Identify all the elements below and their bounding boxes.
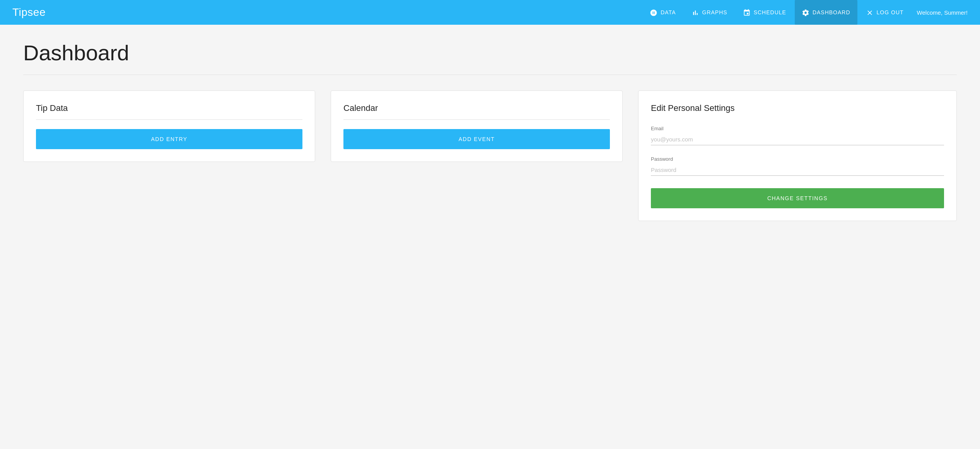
nav-graphs-label: GRAPHS — [702, 9, 727, 15]
nav-schedule-label: SCHEDULE — [754, 9, 786, 15]
calendar-divider — [343, 119, 610, 120]
cards-row: Tip Data ADD ENTRY Calendar ADD EVENT Ed… — [23, 90, 957, 221]
nav-item-dashboard[interactable]: DASHBOARD — [795, 0, 857, 25]
settings-button-wrapper: CHANGE SETTINGS — [651, 188, 944, 208]
email-form-group: Email — [651, 126, 944, 145]
nav-item-data[interactable]: DATA — [643, 0, 683, 25]
add-entry-button[interactable]: ADD ENTRY — [36, 129, 302, 149]
page-title: Dashboard — [23, 40, 957, 65]
nav-item-schedule[interactable]: SCHEDULE — [736, 0, 793, 25]
add-event-button[interactable]: ADD EVENT — [343, 129, 610, 149]
main-content: Dashboard Tip Data ADD ENTRY Calendar AD… — [0, 25, 980, 236]
tip-data-divider — [36, 119, 302, 120]
nav-data-label: DATA — [661, 9, 676, 15]
navbar: Tipsee DATA GRAPHS SCHEDULE — [0, 0, 980, 25]
nav-item-graphs[interactable]: GRAPHS — [685, 0, 734, 25]
password-input[interactable] — [651, 164, 944, 176]
schedule-icon — [743, 8, 751, 16]
calendar-card: Calendar ADD EVENT — [331, 90, 623, 162]
welcome-message: Welcome, Summer! — [917, 9, 968, 16]
calendar-title: Calendar — [343, 103, 610, 113]
password-label: Password — [651, 156, 944, 162]
dashboard-icon — [802, 8, 809, 16]
brand[interactable]: Tipsee — [12, 6, 46, 19]
email-label: Email — [651, 126, 944, 131]
password-form-group: Password — [651, 156, 944, 176]
logout-icon — [866, 8, 874, 16]
nav-item-logout[interactable]: LOG OUT — [859, 0, 911, 25]
nav-logout-label: LOG OUT — [877, 9, 904, 15]
title-divider — [23, 75, 957, 75]
settings-card: Edit Personal Settings Email Password CH… — [638, 90, 957, 221]
tip-data-title: Tip Data — [36, 103, 302, 113]
tip-data-card: Tip Data ADD ENTRY — [23, 90, 315, 162]
data-icon — [650, 8, 657, 16]
graphs-icon — [691, 8, 699, 16]
email-input[interactable] — [651, 134, 944, 145]
change-settings-button[interactable]: CHANGE SETTINGS — [651, 188, 944, 208]
settings-title: Edit Personal Settings — [651, 103, 944, 113]
nav-dashboard-label: DASHBOARD — [813, 9, 850, 15]
nav-links: DATA GRAPHS SCHEDULE DASHBOARD — [643, 0, 968, 25]
